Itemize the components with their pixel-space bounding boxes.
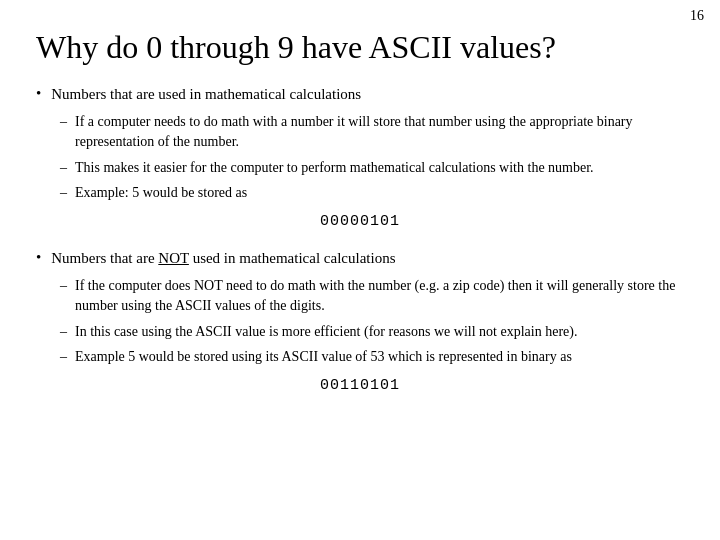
bullet-icon: • bbox=[36, 249, 41, 266]
list-item: – If the computer does NOT need to do ma… bbox=[60, 276, 684, 317]
sub-bullet-text: If a computer needs to do math with a nu… bbox=[75, 112, 684, 153]
section-1: • Numbers that are used in mathematical … bbox=[36, 84, 684, 230]
page-title: Why do 0 through 9 have ASCII values? bbox=[36, 28, 684, 66]
sub-bullet-text: If the computer does NOT need to do math… bbox=[75, 276, 684, 317]
dash-icon: – bbox=[60, 112, 67, 132]
list-item: – If a computer needs to do math with a … bbox=[60, 112, 684, 153]
sub-bullet-text: Example 5 would be stored using its ASCI… bbox=[75, 347, 572, 367]
dash-icon: – bbox=[60, 158, 67, 178]
sub-bullet-text: Example: 5 would be stored as bbox=[75, 183, 247, 203]
dash-icon: – bbox=[60, 276, 67, 296]
bullet-label: Numbers that are NOT used in mathematica… bbox=[51, 248, 395, 270]
list-item: – In this case using the ASCII value is … bbox=[60, 322, 684, 342]
sub-bullet-text: In this case using the ASCII value is mo… bbox=[75, 322, 577, 342]
dash-icon: – bbox=[60, 183, 67, 203]
dash-icon: – bbox=[60, 347, 67, 367]
bullet-label: Numbers that are used in mathematical ca… bbox=[51, 84, 361, 106]
list-item: – This makes it easier for the computer … bbox=[60, 158, 684, 178]
sub-bullet-text: This makes it easier for the computer to… bbox=[75, 158, 594, 178]
sub-bullet-list: – If the computer does NOT need to do ma… bbox=[60, 276, 684, 367]
list-item: – Example 5 would be stored using its AS… bbox=[60, 347, 684, 367]
bullet-icon: • bbox=[36, 85, 41, 102]
section-2: • Numbers that are NOT used in mathemati… bbox=[36, 248, 684, 394]
code-example-1: 00000101 bbox=[36, 213, 684, 230]
page-number: 16 bbox=[690, 8, 704, 24]
list-item: • Numbers that are NOT used in mathemati… bbox=[36, 248, 684, 270]
code-example-2: 00110101 bbox=[36, 377, 684, 394]
list-item: • Numbers that are used in mathematical … bbox=[36, 84, 684, 106]
dash-icon: – bbox=[60, 322, 67, 342]
sub-bullet-list: – If a computer needs to do math with a … bbox=[60, 112, 684, 203]
list-item: – Example: 5 would be stored as bbox=[60, 183, 684, 203]
page-content: Why do 0 through 9 have ASCII values? • … bbox=[0, 0, 720, 432]
